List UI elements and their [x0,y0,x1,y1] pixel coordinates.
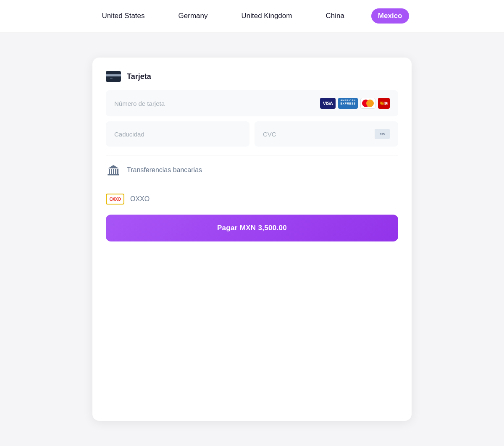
payment-card: Tarjeta Número de tarjeta VISA AMERICAN … [92,58,412,421]
card-number-field[interactable]: Número de tarjeta VISA AMERICAN EXPRESS [106,90,398,116]
cvc-icon [375,129,390,139]
bank-icon [106,164,121,176]
card-icon [106,71,121,82]
oxxo-logo: OXXO [106,194,124,205]
expiry-field[interactable]: Caducidad [106,121,249,147]
visa-logo: VISA [320,98,336,109]
svg-rect-8 [117,169,118,174]
card-logos: VISA AMERICAN EXPRESS [320,98,390,109]
card-section-title: Tarjeta [127,72,151,81]
tab-united-states[interactable]: United States [95,8,151,24]
svg-rect-9 [108,174,119,176]
amex-logo: AMERICAN EXPRESS [338,98,358,109]
expiry-cvc-row: Caducidad CVC [106,121,398,147]
tab-united-kingdom[interactable]: United Kingdom [234,8,299,24]
page-wrapper: United States Germany United Kingdom Chi… [0,0,504,446]
card-number-placeholder: Número de tarjeta [114,100,165,107]
expiry-placeholder: Caducidad [114,131,144,138]
svg-rect-1 [109,75,118,76]
oxxo-section[interactable]: OXXO OXXO [106,185,398,205]
tarjeta-section: Tarjeta Número de tarjeta VISA AMERICAN … [106,71,398,155]
svg-rect-4 [109,169,110,174]
svg-marker-3 [108,165,119,168]
oxxo-logo-text: OXXO [110,197,121,202]
svg-rect-5 [111,169,112,174]
bank-transfer-section[interactable]: Transferencias bancarias [106,155,398,185]
bank-transfer-label: Transferencias bancarias [127,166,202,174]
svg-rect-6 [113,169,114,174]
tab-mexico[interactable]: Mexico [371,8,409,24]
pay-button[interactable]: Pagar MXN 3,500.00 [106,215,398,241]
tab-china[interactable]: China [319,8,351,24]
mastercard-logo [360,98,375,109]
tab-germany[interactable]: Germany [172,8,215,24]
card-section-header: Tarjeta [106,71,398,82]
svg-rect-2 [110,78,113,79]
svg-rect-7 [115,169,116,174]
unionpay-logo: 银 联 [378,98,390,109]
tab-bar: United States Germany United Kingdom Chi… [0,0,504,32]
cvc-field[interactable]: CVC [255,121,398,147]
oxxo-label: OXXO [130,195,150,203]
cvc-placeholder: CVC [263,131,276,138]
main-content: Tarjeta Número de tarjeta VISA AMERICAN … [0,32,504,446]
